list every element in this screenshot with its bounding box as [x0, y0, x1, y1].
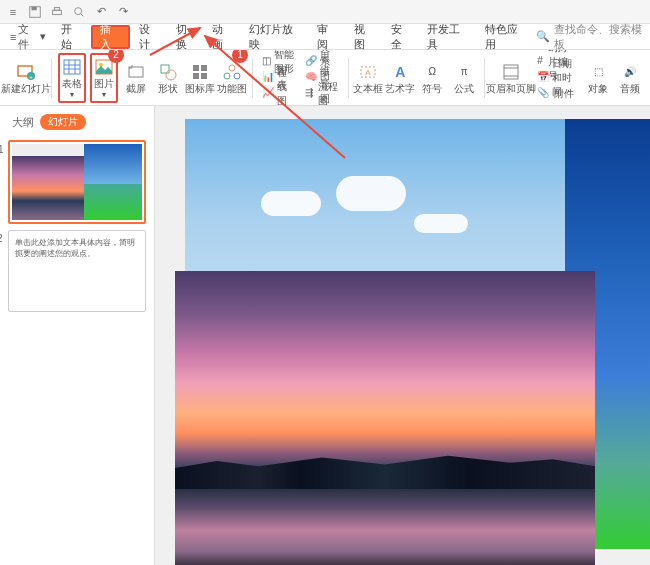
- tab-view[interactable]: 视图: [347, 25, 382, 49]
- smartgfx-icon: [222, 62, 242, 82]
- svg-point-25: [234, 73, 240, 79]
- screenshot-button[interactable]: 截屏: [122, 53, 150, 103]
- hamburger-icon: ≡: [10, 31, 16, 43]
- outline-tab[interactable]: 大纲: [12, 115, 34, 130]
- audio-label: 音频: [620, 83, 640, 94]
- chart-icon: 📊: [262, 71, 275, 85]
- divider: [51, 58, 52, 98]
- undo-icon[interactable]: ↶: [94, 5, 108, 19]
- svg-rect-28: [504, 65, 518, 79]
- slide-canvas[interactable]: [155, 106, 650, 565]
- search-box[interactable]: 🔍 查找命令、搜索模板: [536, 22, 646, 52]
- annotation-badge-2: 2: [108, 50, 124, 63]
- smartgfx-button[interactable]: 1 功能图: [218, 53, 246, 103]
- slide-thumbnail-1[interactable]: 1: [8, 140, 146, 224]
- smartgfx-label: 功能图: [217, 83, 247, 94]
- textbox-label: 文本框: [353, 83, 383, 94]
- preview-icon[interactable]: [72, 5, 86, 19]
- header-footer-icon: [501, 62, 521, 82]
- slide-thumbnail-2[interactable]: 2 单击此处添加文本具体内容，简明扼要的阐述您的观点。: [8, 230, 146, 312]
- shapes-button[interactable]: 形状: [154, 53, 182, 103]
- picture-label: 图片: [94, 78, 114, 89]
- ribbon-tabs: ≡ 文件 ▾ 开始 插入 设计 切换 动画 幻灯片放映 审阅 视图 安全 开发工…: [0, 24, 650, 50]
- chevron-down-icon: ▾: [70, 90, 74, 99]
- svg-text:+: +: [29, 74, 33, 80]
- menu-icon[interactable]: ≡: [6, 5, 20, 19]
- quick-access-toolbar: ≡ ↶ ↷: [0, 0, 650, 24]
- insert-extras-group: #幻灯片编号 📅日期和时间 📎附件: [534, 54, 580, 102]
- side-tabs: 大纲 幻灯片: [4, 110, 150, 134]
- symbol-button[interactable]: Ω 符号: [418, 53, 446, 103]
- mindmap-icon: 🧠: [305, 71, 317, 85]
- slides-tab[interactable]: 幻灯片: [40, 114, 86, 130]
- tab-features[interactable]: 特色应用: [478, 25, 534, 49]
- svg-line-5: [81, 13, 84, 16]
- table-label: 表格: [62, 78, 82, 89]
- divider: [252, 58, 253, 98]
- symbol-label: 符号: [422, 83, 442, 94]
- svg-point-24: [224, 73, 230, 79]
- print-icon[interactable]: [50, 5, 64, 19]
- wordart-label: 艺术字: [385, 83, 415, 94]
- tab-design[interactable]: 设计: [132, 25, 167, 49]
- chevron-down-icon: ▾: [102, 90, 106, 99]
- file-menu[interactable]: ≡ 文件 ▾: [4, 22, 52, 52]
- equation-icon: π: [454, 62, 474, 82]
- workspace: 大纲 幻灯片 1 2 单击此处添加文本具体内容，简明扼要的阐述您的观点。: [0, 106, 650, 565]
- tab-security[interactable]: 安全: [384, 25, 419, 49]
- thumb-number: 1: [0, 144, 4, 155]
- online-chart-icon: 📈: [262, 87, 274, 101]
- iconlib-icon: [190, 62, 210, 82]
- tab-transition[interactable]: 切换: [169, 25, 204, 49]
- tab-slideshow[interactable]: 幻灯片放映: [242, 25, 308, 49]
- redo-icon[interactable]: ↷: [116, 5, 130, 19]
- svg-rect-20: [201, 65, 207, 71]
- flowchart-button[interactable]: ⇶流程图: [302, 86, 342, 102]
- textbox-button[interactable]: A 文本框: [354, 53, 382, 103]
- datetime-button[interactable]: 📅日期和时间: [534, 70, 580, 86]
- wordart-button[interactable]: A 艺术字: [386, 53, 414, 103]
- header-footer-button[interactable]: 页眉和页脚: [491, 53, 530, 103]
- new-slide-button[interactable]: + 新建幻灯片: [6, 53, 45, 103]
- svg-rect-3: [54, 7, 59, 10]
- attachment-icon: 📎: [537, 87, 551, 101]
- svg-point-23: [229, 65, 235, 71]
- smartart-icon: ◫: [262, 55, 271, 69]
- audio-button[interactable]: 🔊 音频: [616, 53, 644, 103]
- screenshot-label: 截屏: [126, 83, 146, 94]
- inserted-image-sunset[interactable]: [175, 271, 595, 565]
- new-slide-icon: +: [16, 62, 36, 82]
- chevron-down-icon: ▾: [40, 30, 46, 43]
- file-menu-label: 文件: [18, 22, 38, 52]
- annotation-badge-1: 1: [232, 50, 248, 63]
- equation-button[interactable]: π 公式: [450, 53, 478, 103]
- symbol-icon: Ω: [422, 62, 442, 82]
- tab-devtools[interactable]: 开发工具: [420, 25, 476, 49]
- picture-button[interactable]: 2 图片 ▾: [90, 53, 118, 103]
- table-button[interactable]: 表格 ▾: [58, 53, 86, 103]
- tab-review[interactable]: 审阅: [310, 25, 345, 49]
- ribbon: + 新建幻灯片 表格 ▾ 2 图片 ▾ 截屏 形状 图标库 1 功能图 ◫智能图…: [0, 50, 650, 106]
- slide-panel: 大纲 幻灯片 1 2 单击此处添加文本具体内容，简明扼要的阐述您的观点。: [0, 106, 155, 565]
- screenshot-icon: [126, 62, 146, 82]
- slide-number-icon: #: [537, 55, 545, 69]
- svg-rect-2: [53, 10, 62, 14]
- svg-rect-21: [193, 73, 199, 79]
- save-icon[interactable]: [28, 5, 42, 19]
- iconlib-button[interactable]: 图标库: [186, 53, 214, 103]
- search-placeholder: 查找命令、搜索模板: [554, 22, 646, 52]
- tab-animation[interactable]: 动画: [205, 25, 240, 49]
- tab-insert[interactable]: 插入: [91, 25, 130, 49]
- object-button[interactable]: ⬚ 对象: [584, 53, 612, 103]
- online-chart-button[interactable]: 📈在线图表: [259, 86, 299, 102]
- wordart-icon: A: [390, 62, 410, 82]
- attachment-button[interactable]: 📎附件: [534, 86, 577, 102]
- svg-point-4: [75, 7, 82, 14]
- divider: [348, 58, 349, 98]
- tab-home[interactable]: 开始: [54, 25, 89, 49]
- audio-icon: 🔊: [620, 62, 640, 82]
- flowchart-icon: ⇶: [305, 87, 315, 101]
- search-icon: 🔍: [536, 30, 550, 43]
- equation-label: 公式: [454, 83, 474, 94]
- shapes-icon: [158, 62, 178, 82]
